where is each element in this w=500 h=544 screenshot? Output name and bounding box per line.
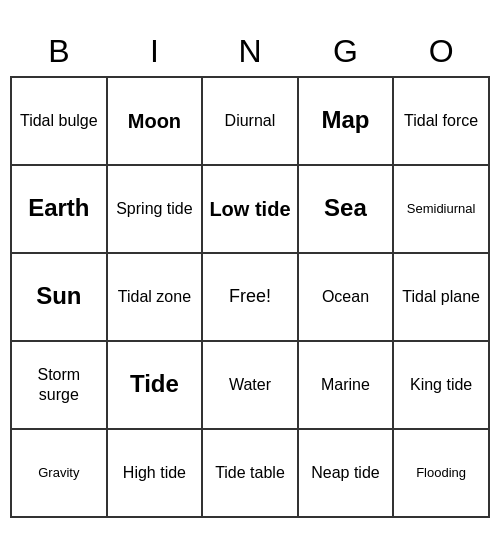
bingo-cell: Water <box>202 341 298 429</box>
bingo-cell: Tidal force <box>393 77 489 165</box>
bingo-row: EarthSpring tideLow tideSeaSemidiurnal <box>11 165 489 253</box>
bingo-cell: Free! <box>202 253 298 341</box>
bingo-cell: Tide table <box>202 429 298 517</box>
bingo-cell: Storm surge <box>11 341 107 429</box>
bingo-cell: Tidal bulge <box>11 77 107 165</box>
bingo-cell: Tidal zone <box>107 253 203 341</box>
bingo-cell: King tide <box>393 341 489 429</box>
bingo-cell: Sun <box>11 253 107 341</box>
bingo-cell: Ocean <box>298 253 393 341</box>
bingo-header-letter: I <box>107 27 203 77</box>
bingo-cell: Map <box>298 77 393 165</box>
bingo-cell: Spring tide <box>107 165 203 253</box>
bingo-cell: Tidal plane <box>393 253 489 341</box>
bingo-cell: Semidiurnal <box>393 165 489 253</box>
bingo-header-letter: B <box>11 27 107 77</box>
bingo-cell: Neap tide <box>298 429 393 517</box>
bingo-header-letter: N <box>202 27 298 77</box>
bingo-row: Storm surgeTideWaterMarineKing tide <box>11 341 489 429</box>
bingo-header-row: BINGO <box>11 27 489 77</box>
bingo-cell: Diurnal <box>202 77 298 165</box>
bingo-cell: Marine <box>298 341 393 429</box>
bingo-row: Tidal bulgeMoonDiurnalMapTidal force <box>11 77 489 165</box>
bingo-cell: Flooding <box>393 429 489 517</box>
bingo-header-letter: G <box>298 27 393 77</box>
bingo-cell: Moon <box>107 77 203 165</box>
bingo-cell: Earth <box>11 165 107 253</box>
bingo-row: GravityHigh tideTide tableNeap tideFlood… <box>11 429 489 517</box>
bingo-header-letter: O <box>393 27 489 77</box>
bingo-cell: Tide <box>107 341 203 429</box>
bingo-cell: High tide <box>107 429 203 517</box>
bingo-cell: Sea <box>298 165 393 253</box>
bingo-card: BINGO Tidal bulgeMoonDiurnalMapTidal for… <box>10 27 490 518</box>
bingo-cell: Gravity <box>11 429 107 517</box>
bingo-row: SunTidal zoneFree!OceanTidal plane <box>11 253 489 341</box>
bingo-cell: Low tide <box>202 165 298 253</box>
